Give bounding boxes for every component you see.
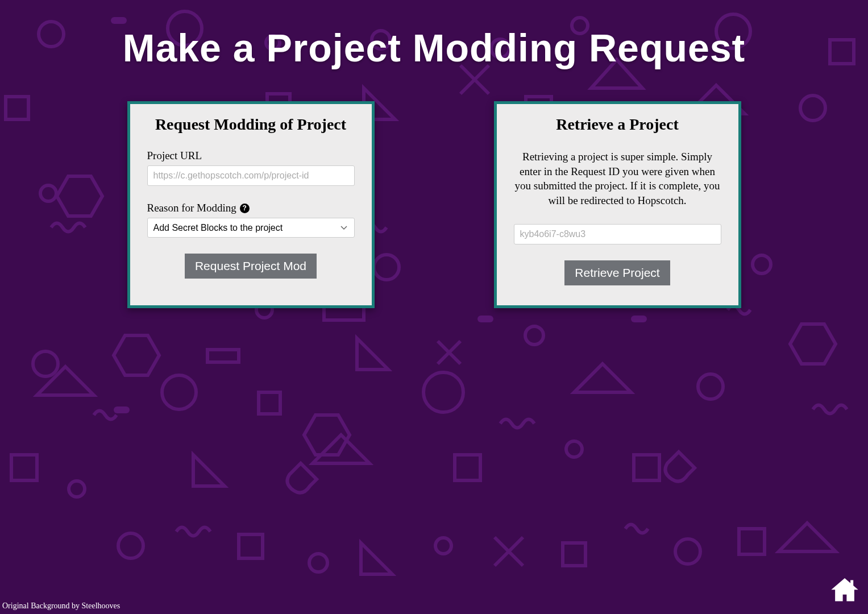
help-icon[interactable]: ? <box>240 204 250 213</box>
svg-rect-46 <box>850 580 853 586</box>
svg-point-23 <box>698 374 723 399</box>
svg-rect-45 <box>631 316 647 322</box>
svg-marker-34 <box>304 415 350 455</box>
svg-point-21 <box>566 441 582 457</box>
svg-point-18 <box>423 372 463 412</box>
reason-field-group: Reason for Modding ? Add Secret Blocks t… <box>147 202 355 238</box>
svg-marker-29 <box>114 335 159 375</box>
svg-point-38 <box>435 538 451 554</box>
svg-rect-27 <box>11 455 37 480</box>
page-title: Make a Project Modding Request <box>0 0 868 70</box>
project-url-label: Project URL <box>147 150 355 162</box>
panels-container: Request Modding of Project Project URL R… <box>0 101 868 308</box>
reason-select[interactable]: Add Secret Blocks to the project <box>147 218 355 238</box>
retrieve-panel-title: Retrieve a Project <box>514 115 721 134</box>
svg-marker-25 <box>790 324 836 364</box>
retrieve-panel: Retrieve a Project Retrieving a project … <box>494 101 741 308</box>
svg-rect-22 <box>634 455 659 480</box>
svg-point-37 <box>309 554 327 572</box>
request-id-input[interactable] <box>514 224 721 244</box>
svg-rect-41 <box>739 529 765 554</box>
svg-point-26 <box>33 351 58 376</box>
svg-point-35 <box>118 533 143 558</box>
project-url-field-group: Project URL <box>147 150 355 186</box>
footer-credit: Original Background by Steelhooves <box>2 601 120 611</box>
svg-point-40 <box>675 539 700 564</box>
home-icon[interactable] <box>829 575 860 606</box>
request-mod-button[interactable]: Request Project Mod <box>185 254 317 279</box>
svg-rect-20 <box>455 455 480 480</box>
retrieve-description: Retrieving a project is super simple. Si… <box>514 150 721 208</box>
reason-label-row: Reason for Modding ? <box>147 202 355 214</box>
svg-rect-31 <box>207 350 239 362</box>
project-url-input[interactable] <box>147 165 355 186</box>
svg-rect-43 <box>477 316 493 322</box>
svg-point-28 <box>69 481 85 497</box>
request-id-field-group <box>514 224 721 244</box>
svg-point-19 <box>525 326 543 345</box>
svg-rect-36 <box>239 534 263 558</box>
retrieve-project-button[interactable]: Retrieve Project <box>564 260 670 285</box>
request-panel-title: Request Modding of Project <box>147 115 355 134</box>
svg-rect-33 <box>259 392 280 414</box>
svg-rect-39 <box>563 543 585 566</box>
request-panel: Request Modding of Project Project URL R… <box>127 101 375 308</box>
svg-rect-44 <box>114 406 130 413</box>
reason-label: Reason for Modding <box>147 202 236 214</box>
svg-point-30 <box>162 375 196 409</box>
